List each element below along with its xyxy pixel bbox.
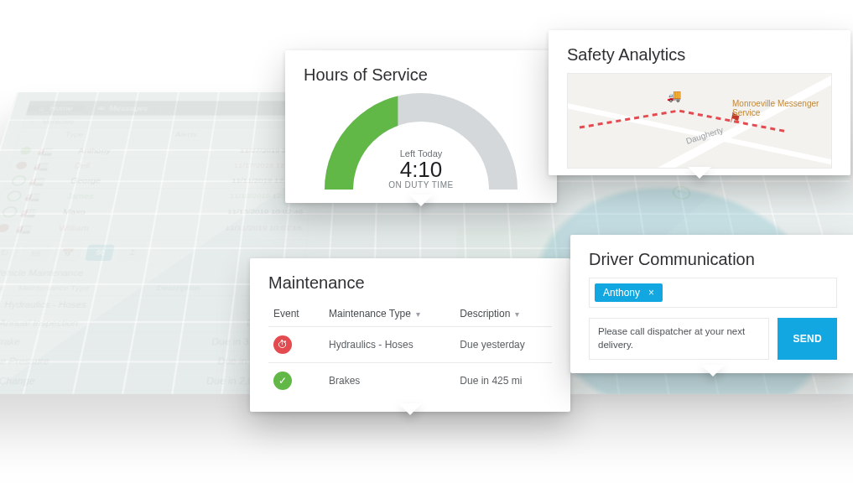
- poi-label: Monroeville Messenger Service: [732, 99, 831, 117]
- truck-icon: 🚛: [23, 190, 68, 201]
- maintenance-table: Event Maintenance Type▾ Description▾ ⏱Hy…: [268, 301, 552, 398]
- hos-value: 4:10: [325, 158, 518, 180]
- maintenance-card: Maintenance Event Maintenance Type▾ Desc…: [250, 258, 570, 412]
- driver-name: Maxo: [62, 208, 184, 216]
- tab-label: Home: [49, 105, 74, 112]
- hours-of-service-card: Hours of Service Left Today 4:10 ON DUTY…: [285, 50, 557, 203]
- wrench-button[interactable]: 🛠: [85, 245, 115, 261]
- callout-pointer: [701, 365, 725, 388]
- vehicle-row[interactable]: 🚛William11/11/2019 10:01:16: [0, 221, 308, 237]
- driver-name: James: [66, 192, 186, 200]
- on-duty-label: ON DUTY TIME: [325, 180, 518, 190]
- vehicle-list: 🚛Anthony11/27/2019 2:17:29🚛Dell11/17/201…: [0, 141, 314, 239]
- severity-icon: ✓: [273, 372, 292, 390]
- sort-icon: ▾: [510, 309, 519, 319]
- driver-name: George: [70, 177, 189, 184]
- vehicle-row[interactable]: 🚛Maxo11/13/2019 10:02:46: [0, 205, 309, 221]
- truck-icon: 🚛: [29, 175, 73, 186]
- card-title: Safety Analytics: [567, 45, 832, 65]
- status-dot: [0, 224, 10, 232]
- tab-home[interactable]: ⌂ Home: [27, 105, 86, 112]
- chip-label: Anthony: [603, 287, 640, 299]
- cell-type: Brakes: [324, 363, 455, 399]
- status-dot: [6, 190, 23, 201]
- vehicle-row[interactable]: 🚛Anthony11/27/2019 2:17:29: [13, 143, 314, 158]
- refresh-button[interactable]: ↻: [0, 245, 19, 261]
- app-topbar: ⌂ Home ✉ Messages: [26, 101, 317, 115]
- col-type[interactable]: Maintenance Type▾: [324, 301, 455, 327]
- truck-icon: 🚛: [19, 206, 65, 217]
- tab-messages[interactable]: ✉ Messages: [85, 105, 161, 112]
- maint-type: Hydraulics - Hoses: [3, 300, 150, 309]
- card-title: Hours of Service: [304, 65, 538, 85]
- col-type: Type: [65, 131, 85, 138]
- vehicle-row[interactable]: 🚛George11/11/2019 12:51:22: [4, 174, 312, 189]
- list-title: Vehicles: [41, 118, 75, 125]
- hdr-event: Event: [0, 284, 20, 292]
- recipient-field[interactable]: Anthony ×: [589, 278, 837, 308]
- stage: { "colors":{"accent":"#12a7e0","ok":"#61…: [0, 0, 853, 504]
- col-label: Maintenance Type: [329, 308, 411, 320]
- gauge-center: Left Today 4:10 ON DUTY TIME: [325, 148, 518, 190]
- cell-desc: Due yesterday: [455, 327, 552, 363]
- vehicle-row[interactable]: 🚛James11/10/2019 12:21:19: [0, 189, 310, 205]
- col-label: Event: [273, 308, 299, 320]
- vehicle-row[interactable]: 🚛Dell11/17/2019 12:21:26: [8, 158, 313, 174]
- driver-communication-card: Driver Communication Anthony × Please ca…: [570, 235, 853, 373]
- hos-gauge: Left Today 4:10 ON DUTY TIME: [325, 93, 518, 190]
- vehicles-bar: ‹ Vehicles 🔍: [22, 116, 316, 128]
- status-dot: [19, 147, 32, 154]
- sort-icon: ▾: [411, 309, 420, 319]
- filter-button[interactable]: ▤: [20, 245, 51, 261]
- truck-icon: 🚛: [37, 146, 80, 156]
- status-dot: [1, 206, 18, 217]
- maint-type: Brake: [0, 337, 143, 346]
- safety-analytics-card: Safety Analytics 🚚 ⚑ Monroeville Messeng…: [549, 30, 850, 175]
- status-dot: [15, 162, 28, 169]
- safety-mini-map[interactable]: 🚚 ⚑ Monroeville Messenger Service Daughe…: [567, 73, 832, 169]
- callout-pointer: [688, 167, 711, 190]
- cell-desc: Due in 425 mi: [455, 363, 552, 399]
- maintenance-label: Vehicle Maintenance: [0, 269, 85, 278]
- col-desc[interactable]: Description▾: [455, 301, 552, 327]
- export-button[interactable]: ↧: [117, 245, 147, 261]
- hdr-type: Maintenance Type: [18, 284, 158, 292]
- driver-name: Anthony: [77, 148, 194, 154]
- driver-name: Dell: [74, 162, 191, 169]
- compose-row: Please call dispatcher at your next deli…: [589, 318, 837, 360]
- col-event[interactable]: Event: [268, 301, 324, 327]
- maint-type: Annual Inspection: [0, 319, 147, 328]
- messages-icon: ✉: [96, 105, 105, 112]
- status-dot: [10, 175, 28, 186]
- timestamp: 11/13/2019 10:02:46: [182, 209, 303, 216]
- card-title: Maintenance: [268, 273, 552, 293]
- col-label: Description: [460, 308, 510, 320]
- severity-icon: ⏱: [273, 335, 292, 354]
- remove-chip-button[interactable]: ×: [648, 287, 654, 299]
- card-title: Driver Communication: [589, 250, 837, 269]
- vehicle-icon: 🚚: [667, 89, 681, 102]
- chevron-left-icon[interactable]: ‹: [30, 118, 35, 125]
- message-input[interactable]: Please call dispatcher at your next deli…: [589, 318, 769, 360]
- recipient-chip: Anthony ×: [595, 283, 663, 302]
- truck-icon: 🚛: [33, 160, 76, 170]
- driver-name: William: [58, 224, 181, 231]
- send-button[interactable]: SEND: [778, 318, 837, 360]
- timestamp: 11/11/2019 10:01:16: [179, 225, 302, 231]
- table-row[interactable]: ⏱Hydraulics - HosesDue yesterday: [268, 327, 552, 363]
- callout-pointer: [409, 195, 433, 218]
- tab-label: Messages: [108, 105, 148, 112]
- maint-type: Oil Change: [0, 376, 136, 385]
- maint-type: Tire Pressure: [0, 356, 140, 366]
- column-headers: Type Alerts Time: [18, 128, 315, 142]
- truck-icon: 🚛: [14, 222, 60, 234]
- cell-type: Hydraulics - Hoses: [324, 327, 455, 363]
- callout-pointer: [398, 403, 422, 427]
- table-row[interactable]: ✓BrakesDue in 425 mi: [268, 363, 552, 399]
- col-alerts: Alerts: [91, 131, 280, 138]
- home-icon: ⌂: [39, 105, 45, 112]
- calendar-button[interactable]: 📅: [53, 245, 83, 261]
